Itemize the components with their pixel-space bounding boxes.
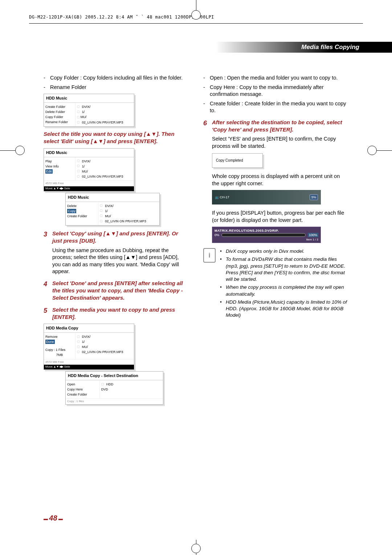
left-column: - Copy Folder : Copy folders including a… [44,74,189,405]
prog1-channel: CH-17 [220,195,229,199]
ss1-file: DVIX/ [77,104,132,109]
right-bullet-open: Open : Open the media and folder you wan… [210,74,338,82]
ss3-file: 02_LIVIN ON PRAYER.MP3 [77,349,132,355]
note-icon: i [203,248,216,263]
ss3-size: 7MB [45,352,74,357]
ss1-menu-item: Create Folder [45,104,74,109]
prog2-item: Item 1 / 2 [215,237,318,242]
ui-hdd-media-copy: HDD Media Copy Remove Done Copy : 1 File… [44,324,134,370]
right-column: - Open : Open the media and folder you w… [203,74,348,405]
note-4: HDD Media (Picture,Music) capacity is li… [226,299,348,319]
bullet-dot: • [220,256,223,283]
ss2-menu-item: Play [45,159,74,164]
ss3-copycount: Copy : 1 Files [45,347,74,352]
ss1-menu-item: Rename Folder [45,119,74,125]
ss3-title: HDD Media Copy [44,324,134,333]
step-6-num: 6 [203,119,212,134]
ss3b-dest-hl: DVD [101,387,108,392]
step-4-num: 4 [44,280,52,302]
ss2b-file: MU/ [100,214,158,219]
ss3-file: MU/ [77,344,132,349]
ss1-file-hl: MU/ [77,115,87,119]
ss2-menu-hl: Edit [45,169,53,174]
dash-bullet: - [44,74,50,82]
ss3-menu-item: Remove [45,334,74,339]
ss2b-menu-hl: Copy [67,209,76,213]
prog2-left: 0% [215,233,219,237]
bullet-dot: • [220,299,223,319]
ss3b-menu-item: Open [67,382,98,387]
instruction-select-title: Select the title you want to copy using … [44,130,189,145]
ss3-file: 1/ [77,339,132,344]
ss3-menu-hl: Done [45,340,55,344]
ui-hdd-music-copy: HDD Music Delete Copy Create Folder DVIX… [65,193,160,226]
left-bullet-copyfolder: Copy Folder : Copy folders including all… [50,74,183,82]
prog2-track [221,233,306,237]
progress-per-item: MATRIX.REVOLUTIONS.2003.DVDRIP. 0% 100% … [212,227,321,243]
dash-bullet: - [203,74,210,82]
step-5-num: 5 [44,306,52,321]
ss2b-title: HDD Music [66,193,159,202]
step-5-text: Select the media you want to copy to and… [52,306,189,321]
bullet-dot: • [220,284,223,297]
ss1-title: HDD Music [44,94,134,103]
right-bullet-copyhere: Copy Here : Copy to the media immediatel… [210,84,348,98]
ss2b-file: DVIX/ [100,203,158,208]
step-6-desc: Select 'YES' and press [ENTER] to confir… [212,135,348,150]
ss1-menu-item: Copy Folder [45,114,74,119]
right-bullet-createfolder: Create folder : Create folder in the med… [210,100,348,114]
step-3-num: 3 [44,230,52,245]
prog2-filename: MATRIX.REVOLUTIONS.2003.DVDRIP. [215,228,318,233]
step-6-text: After selecting the destination to be co… [212,119,348,134]
bullet-dot: • [220,248,223,255]
ss2-file: DVIX/ [77,159,132,164]
prog1-percent: 5% [310,194,318,200]
note-2: To format a DVD±RW disc that contains me… [226,256,348,283]
ss3b-menu-item: Copy Here [67,387,98,392]
section-title: Media files Copying [301,44,359,51]
ss3-file: DVIX/ [77,334,132,339]
step-3-text: Select 'Copy' using [▲▼] and press [ENTE… [52,230,189,245]
ss2b-file: 02_LIVIN ON PRAYER.MP3 [100,219,158,224]
top-rule [29,23,363,24]
ss2-menu-item: View Info [45,164,74,169]
left-bullet-rename: Rename Folder [50,84,86,91]
dialog-copy-completed: Copy Completed [212,153,263,168]
whole-copy-desc: Whole copy process is displayed with a p… [212,173,348,187]
ss3b-menu-item: Create Folder [67,392,98,397]
ss2-foot: Move:▲▼◀▶ Sele [44,186,134,191]
ss1-menu-item: Delete Folder [45,109,74,114]
ss2-free: 4572 MB Free [44,181,134,186]
ss1-file: 02_LIVIN ON PRAYER.MP3 [77,120,132,125]
step-3-desc: Using the same procedure as Dubbing, rep… [52,247,189,275]
ss2-file: 1/ [77,164,132,169]
display-btn-desc: If you press [DISPLAY] button, progress … [212,210,348,224]
ss3b-dest: HDD [101,382,162,387]
note-3: When the copy process is completed the t… [226,284,348,297]
ui-select-destination: HDD Media Copy - Select Destination Open… [65,371,163,405]
ss2b-menu-item: Delete [67,203,97,208]
progress-top-right: 📺 CH-17 5% [212,190,321,204]
ss2-title: HDD Music [44,149,134,157]
dash-bullet: - [203,84,210,98]
ui-hdd-music-context: HDD Music Create Folder Delete Folder Co… [44,94,134,127]
ss2-file: MU/ [77,169,132,174]
page-number: 48 [44,514,63,522]
step-4-text: Select 'Done' and press [ENTER] after se… [52,280,189,302]
ss3-foot: Move:▲▼◀▶ Sele [44,365,134,369]
dash-bullet: - [44,84,50,91]
dash-bullet: - [203,100,210,114]
note-block: i •DivX copy works only in Divx model. •… [203,248,348,320]
ss3b-title: HDD Media Copy - Select Destination [66,372,163,380]
ss3b-copy: Copy : 1 files [66,398,163,404]
ss1-file: 1/ [77,109,132,114]
ss2-file: 02_LIVIN ON PRAYER.MP3 [77,174,132,179]
note-1: DivX copy works only in Divx model. [226,248,305,255]
ui-hdd-music-edit: HDD Music Play View Info Edit DVIX/ 1/ M… [44,148,134,191]
section-title-bar: Media files Copying [0,42,392,53]
ss2b-file: 1/ [100,208,158,214]
prog2-right: 100% [308,233,318,237]
ss2b-menu-item: Create Folder [67,214,97,219]
ss3-free: 4572 MB Free [44,359,134,365]
